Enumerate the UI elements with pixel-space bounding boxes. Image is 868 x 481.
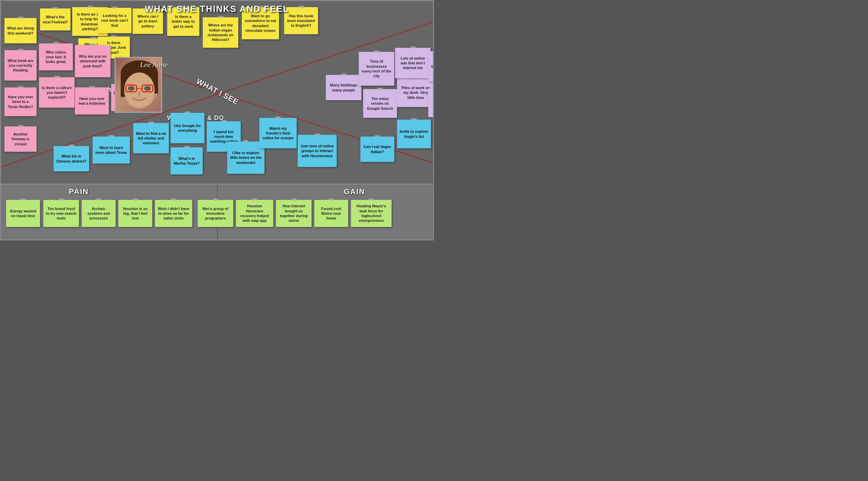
note-p3: Why are you so obsessed with junk food? bbox=[75, 45, 111, 77]
note-p6: Have you ever had a kolaches bbox=[75, 87, 109, 114]
note-p4: Have you ever been to a Texas Rodeo? bbox=[4, 87, 37, 116]
note-p5: Is there a culture you haven't explored? bbox=[39, 77, 75, 108]
gain-note-4: Found cool Bistro near home bbox=[314, 200, 348, 227]
note-y9: Where are the Indian vegan restaurants o… bbox=[203, 17, 238, 48]
note-l5: Lots of online ads that don't interest m… bbox=[395, 48, 431, 78]
note-l6: Unexplored businesses I see from the car bbox=[428, 51, 434, 82]
note-c4: Want to learn more about Texas bbox=[93, 137, 130, 164]
note-y11: Has this book been translated to English… bbox=[284, 7, 318, 34]
note-c3: Want to find a no kill shelter and volun… bbox=[133, 123, 169, 153]
pain-note-4: Houston is so big, that I feel lost bbox=[118, 200, 152, 227]
note-y2: What's the next Festival? bbox=[40, 8, 71, 30]
pain-note-1: Energy wasted on travel time bbox=[6, 200, 40, 227]
see-label: WHAT I SEE bbox=[195, 77, 240, 106]
gain-note-1: Met a group of innovative programers bbox=[198, 200, 233, 227]
gain-note-3: How internet bought us together during s… bbox=[276, 200, 312, 227]
note-c11: Invite to explore Angie's list bbox=[397, 120, 431, 148]
note-y5: Looking for a rare book can't find bbox=[98, 8, 132, 33]
note-p8: Another freeway is closed bbox=[4, 126, 37, 152]
gain-label: GAIN bbox=[344, 187, 365, 196]
note-c1: Use Google for everything bbox=[171, 113, 204, 143]
bottom-section: PAIN GAIN Energy wasted on travel time T… bbox=[1, 184, 433, 239]
note-c8: Watch my friends's feed online for scoop… bbox=[259, 118, 297, 148]
person-name: Lee Anne bbox=[140, 60, 168, 69]
svg-point-10 bbox=[128, 86, 135, 91]
empathy-map-board: WHAT SHE THINKS AND FEEL WHAT I HEAR WHA… bbox=[0, 0, 434, 240]
board-title: WHAT SHE THINKS AND FEEL bbox=[145, 4, 289, 14]
note-l7: Negative Yelp ratings for everything bbox=[428, 88, 434, 117]
note-c5: What biz in Chinese district? bbox=[54, 146, 89, 171]
note-y1: What are doing this weekend? bbox=[4, 18, 37, 43]
note-p1: What book are you currently Reading bbox=[4, 50, 37, 81]
gain-note-2: Houston Hurricane recovery helped with m… bbox=[236, 200, 273, 227]
pain-note-3: Archaic systems and processes bbox=[82, 200, 116, 227]
svg-point-11 bbox=[144, 86, 151, 91]
gain-note-5: Heading Mayor's task force for highschoo… bbox=[351, 200, 392, 227]
note-l1: Many buildings many people bbox=[326, 75, 361, 100]
note-p2: Who colors your hair. It looks great. bbox=[39, 43, 73, 70]
note-c2: What's in Martha Texas? bbox=[171, 147, 203, 174]
note-l3: Too many results on Google Search bbox=[363, 89, 397, 118]
note-c9: Join tons of online groups to interact w… bbox=[298, 135, 337, 167]
note-l2: Tons of businesses every inch of the cit… bbox=[359, 52, 394, 86]
note-c10: Can I eat Vegan Italian? bbox=[360, 137, 394, 162]
svg-point-6 bbox=[124, 72, 155, 108]
note-c7: I like to explore little towns on the we… bbox=[227, 142, 264, 174]
pain-note-5: Wish I didn't have to drive so far for s… bbox=[155, 200, 192, 227]
pain-label: PAIN bbox=[69, 187, 89, 196]
pain-note-2: Too brand loyol to try new search tools bbox=[43, 200, 79, 227]
